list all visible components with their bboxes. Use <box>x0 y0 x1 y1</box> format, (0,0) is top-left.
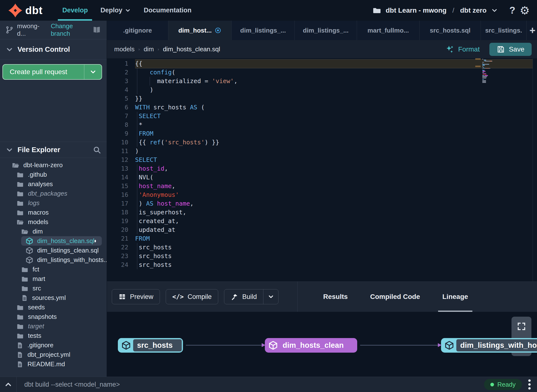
lineage-graph[interactable]: ↺ src_hostsdim_hosts_cleandim_listings_w… <box>107 312 537 377</box>
code-line-1[interactable]: 1{{ <box>107 59 537 68</box>
code-line-11[interactable]: 11) <box>107 147 537 156</box>
file-tab-dim-host-[interactable]: dim_host... <box>168 21 232 40</box>
pull-request-dropdown[interactable] <box>84 65 102 79</box>
environment-selector[interactable]: dbt zero <box>460 7 486 14</box>
code-line-10[interactable]: 10 {{ ref('src_hosts') }} <box>107 138 537 147</box>
tree-item-dbt-packages[interactable]: dbt_packages <box>0 189 107 198</box>
nav-item-develop[interactable]: Develop <box>56 0 94 21</box>
tree-item-src[interactable]: src <box>0 284 107 293</box>
file-tab-src-hosts-sql[interactable]: src_hosts.sql <box>420 21 481 40</box>
code-line-5[interactable]: 5}} <box>107 94 537 103</box>
tree-item-models[interactable]: models <box>0 217 107 227</box>
tree-item-analyses[interactable]: analyses <box>0 179 107 189</box>
build-dropdown-chevron[interactable] <box>263 289 278 304</box>
help-icon[interactable]: ? <box>509 5 515 16</box>
tree-item-dim-listings-with-hosts-[interactable]: dim_listings_with_hosts... <box>0 255 107 265</box>
tree-item-tests[interactable]: tests <box>0 331 107 340</box>
code-line-19[interactable]: 19 created_at, <box>107 217 537 226</box>
panel-tab-compiled-code[interactable]: Compiled Code <box>370 282 420 312</box>
tree-item-fct[interactable]: fct <box>0 265 107 274</box>
code-line-23[interactable]: 23 src_hosts <box>107 252 537 261</box>
tree-item-logs[interactable]: logs <box>0 198 107 208</box>
create-pull-request-button[interactable]: Create pull request <box>2 64 102 80</box>
file-tab-dim-listings-[interactable]: dim_listings_... <box>295 21 357 40</box>
fullscreen-icon[interactable] <box>517 322 526 331</box>
tree-item-seeds[interactable]: seeds <box>0 303 107 312</box>
nav-item-documentation[interactable]: Documentation <box>137 0 198 21</box>
code-line-7[interactable]: 7 SELECT <box>107 112 537 121</box>
settings-gear-icon[interactable]: ⚙ <box>520 5 530 16</box>
format-button[interactable]: Format <box>443 44 481 54</box>
tree-item-readme-md[interactable]: README.md <box>0 359 107 369</box>
tree-item-label: tests <box>28 332 41 340</box>
panel-tab-lineage[interactable]: Lineage <box>442 282 468 312</box>
file-explorer-header[interactable]: File Explorer <box>0 142 107 158</box>
code-line-18[interactable]: 18 is_superhost, <box>107 208 537 217</box>
breadcrumb-dim[interactable]: dim <box>144 45 154 53</box>
code-line-14[interactable]: 14 NVL( <box>107 173 537 182</box>
search-icon[interactable] <box>93 146 101 154</box>
code-lines[interactable]: 1{{2 config(3 materialized = 'view',4 )5… <box>107 58 537 269</box>
code-line-12[interactable]: 12SELECT <box>107 156 537 164</box>
code-line-22[interactable]: 22 src_hosts <box>107 243 537 252</box>
code-line-8[interactable]: 8 * <box>107 121 537 129</box>
file-tab-mart-fullmo-[interactable]: mart_fullmo... <box>357 21 420 40</box>
create-pull-request-label[interactable]: Create pull request <box>3 65 84 79</box>
tree-item-snapshots[interactable]: snapshots <box>0 312 107 322</box>
tree-item-label: macros <box>28 209 49 216</box>
tree-item-dim-hosts-clean-sql[interactable]: dim_hosts_clean.sql <box>21 236 102 246</box>
change-branch-link[interactable]: Change branch <box>51 22 89 37</box>
tree-item-target[interactable]: target <box>0 322 107 331</box>
tree-item-dbt-project-yml[interactable]: dbt_project.yml <box>0 350 107 359</box>
tree-item--github[interactable]: .github <box>0 170 107 179</box>
tree-item-sources-yml[interactable]: sources.yml <box>0 293 107 303</box>
file-tab-src-listings-[interactable]: src_listings. <box>481 21 527 40</box>
code-line-6[interactable]: 6WITH src_hosts AS ( <box>107 103 537 112</box>
unsaved-dot-icon <box>95 240 96 242</box>
book-icon[interactable] <box>92 26 101 34</box>
code-line-4[interactable]: 4 ) <box>107 86 537 94</box>
dbt-logo[interactable]: dbt <box>8 3 43 18</box>
project-selector[interactable]: dbt Learn - mwong <box>386 7 446 14</box>
file-tab--gitignore[interactable]: .gitignore <box>107 21 168 40</box>
version-control-header[interactable]: Version Control <box>0 39 107 60</box>
kebab-menu-icon[interactable] <box>528 379 531 390</box>
minimap-change-marker <box>475 66 481 67</box>
code-line-9[interactable]: 9 FROM <box>107 129 537 138</box>
code-line-17[interactable]: 17 ) AS host_name, <box>107 199 537 208</box>
code-line-21[interactable]: 21FROM <box>107 234 537 243</box>
tree-item-dim[interactable]: dim <box>0 227 107 236</box>
build-button[interactable]: Build <box>224 289 278 304</box>
file-tab-dim-listings-[interactable]: dim_listings_... <box>232 21 295 40</box>
code-line-3[interactable]: 3 materialized = 'view', <box>107 77 537 86</box>
collapse-panel-button[interactable] <box>0 377 17 392</box>
tree-item--gitignore[interactable]: .gitignore <box>0 340 107 350</box>
editor-scrollbar-track[interactable] <box>533 58 533 281</box>
tree-item-dim-listings-clean-sql[interactable]: dim_listings_clean.sql <box>0 246 107 255</box>
command-input[interactable]: dbt build --select <model_name> <box>24 381 120 388</box>
file-icon <box>16 351 24 358</box>
nav-item-deploy[interactable]: Deploy <box>94 0 137 21</box>
lineage-node-src-hosts[interactable]: src_hosts <box>118 338 183 353</box>
compile-button[interactable]: </>Compile <box>166 289 218 304</box>
tree-item-macros[interactable]: macros <box>0 208 107 217</box>
code-line-24[interactable]: 24 src_hosts <box>107 261 537 269</box>
code-editor[interactable]: 1{{2 config(3 materialized = 'view',4 )5… <box>107 58 537 281</box>
code-line-15[interactable]: 15 host_name, <box>107 182 537 191</box>
new-tab-plus-icon[interactable]: + <box>529 25 536 35</box>
breadcrumb-models[interactable]: models <box>114 45 135 53</box>
code-line-2[interactable]: 2 config( <box>107 68 537 77</box>
save-button[interactable]: Save <box>489 43 532 56</box>
tree-item-mart[interactable]: mart <box>0 274 107 284</box>
tree-item-dbt-learn-zero[interactable]: dbt-learn-zero <box>0 160 107 170</box>
panel-tab-results[interactable]: Results <box>323 282 348 312</box>
preview-button[interactable]: Preview <box>112 289 160 304</box>
lineage-edge <box>360 345 438 346</box>
breadcrumb-file[interactable]: dim_hosts_clean.sql <box>163 45 220 53</box>
lineage-node-dim-hosts-clean[interactable]: dim_hosts_clean <box>265 338 357 353</box>
code-line-20[interactable]: 20 updated_at <box>107 226 537 234</box>
lineage-node-dim-listings-with-hosts[interactable]: dim_listings_with_hosts <box>441 338 537 353</box>
chevron-down-icon[interactable] <box>491 7 498 14</box>
code-line-16[interactable]: 16 'Anonymous' <box>107 191 537 199</box>
code-line-13[interactable]: 13 host_id, <box>107 164 537 173</box>
